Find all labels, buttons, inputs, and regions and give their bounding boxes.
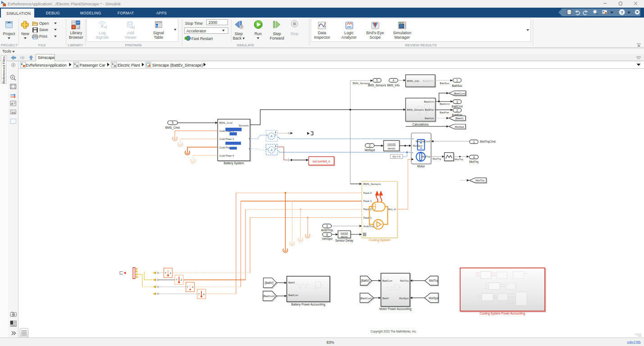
svg-text:MotTrq: MotTrq <box>433 157 441 160</box>
svg-text:Battery System: Battery System <box>224 162 244 165</box>
svg-text:AmbTmp: AmbTmp <box>321 229 333 232</box>
svg-text:den(s): den(s) <box>388 147 395 150</box>
svg-text:Sensors: Sensors <box>239 124 249 127</box>
svg-text:Mot_H: Mot_H <box>388 208 396 211</box>
svg-text:BMS_Info: BMS_Info <box>387 84 400 87</box>
svg-text:den(s): den(s) <box>341 235 348 238</box>
svg-text:A: A <box>170 272 172 274</box>
svg-text:Motor Power Accounting: Motor Power Accounting <box>379 307 412 311</box>
svg-text:MotSpd: MotSpd <box>399 297 408 300</box>
svg-text:BattSOC: BattSOC <box>423 79 434 82</box>
svg-text:T: T <box>198 293 200 296</box>
svg-text:BattV: BattV <box>288 281 295 284</box>
svg-text:BattSoc: BattSoc <box>440 82 449 85</box>
svg-text:BattV: BattV <box>382 297 389 300</box>
svg-text:A: A <box>271 135 273 138</box>
svg-text:BMS_Sensors: BMS_Sensors <box>353 82 370 85</box>
svg-text:4: 4 <box>393 79 395 82</box>
svg-text:Pack 2: Pack 2 <box>363 208 372 211</box>
svg-text:[BattV]: [BattV] <box>265 281 273 285</box>
svg-text:T: T <box>187 286 188 288</box>
svg-text:A: A <box>203 293 205 296</box>
svg-text:BattCurr: BattCurr <box>382 279 392 282</box>
svg-text:MotTrqCmd: MotTrqCmd <box>416 140 430 143</box>
svg-text:Cold Plate 2: Cold Plate 2 <box>219 138 234 140</box>
svg-text:VehSpd: VehSpd <box>322 237 332 241</box>
svg-text:Sensor Delay: Sensor Delay <box>336 239 354 243</box>
svg-text:BMS_Cmd: BMS_Cmd <box>219 121 232 124</box>
svg-text:A: A <box>181 279 182 281</box>
svg-text:3: 3 <box>456 100 458 103</box>
svg-text:2: 2 <box>456 109 458 112</box>
svg-text:f(x) = 0: f(x) = 0 <box>393 155 401 158</box>
svg-text:MotSpd: MotSpd <box>455 126 464 128</box>
svg-text:1: 1 <box>473 140 475 144</box>
svg-text:MotTrq: MotTrq <box>476 179 485 182</box>
svg-text:5: 5 <box>172 121 173 124</box>
svg-text:[BattCurr]: [BattCurr] <box>360 297 372 300</box>
svg-text:A: A <box>271 148 273 152</box>
svg-text:Cold Plate 4: Cold Plate 4 <box>219 154 234 157</box>
svg-text:3: 3 <box>326 225 328 228</box>
svg-text:Cold Plate 1: Cold Plate 1 <box>219 130 234 132</box>
svg-text:Motor: Motor <box>417 165 426 168</box>
svg-text:Cold Plate 3: Cold Plate 3 <box>219 146 234 149</box>
svg-text:BattCurr: BattCurr <box>288 294 298 297</box>
svg-text:A: A <box>192 286 194 288</box>
svg-text:6: 6 <box>327 233 328 236</box>
svg-text:Cooling System Power Accountin: Cooling System Power Accounting <box>480 312 525 315</box>
svg-text:Calculations: Calculations <box>413 123 429 126</box>
svg-text:Copyright 2022 The MathWorks,: Copyright 2022 The MathWorks, Inc. <box>371 330 417 333</box>
svg-text:BattCrnt: BattCrnt <box>424 100 434 103</box>
svg-text:[BattV]: [BattV] <box>361 279 369 283</box>
svg-text:out.current_n: out.current_n <box>313 160 330 163</box>
svg-text:MotTrq: MotTrq <box>454 158 463 161</box>
svg-text:?: ? <box>621 10 623 15</box>
svg-text:BattCrnt: BattCrnt <box>452 105 463 108</box>
svg-text:BattSoc: BattSoc <box>452 84 463 87</box>
svg-text:num(s): num(s) <box>387 143 395 145</box>
svg-text:Pack 4: Pack 4 <box>363 192 372 194</box>
svg-text:1: 1 <box>456 79 458 82</box>
svg-text:AmbTmp: AmbTmp <box>363 225 375 228</box>
svg-text:5: 5 <box>376 79 378 82</box>
svg-text:Battery Power Accounting: Battery Power Accounting <box>291 303 326 306</box>
svg-text:2: 2 <box>369 144 371 147</box>
svg-text:BMS_Info: BMS_Info <box>407 79 420 82</box>
svg-text:[BattCurr]: [BattCurr] <box>454 92 466 95</box>
svg-text:BMS_Sensors: BMS_Sensors <box>407 108 424 111</box>
svg-text:Cooling System: Cooling System <box>369 238 390 242</box>
svg-text:MotTrq: MotTrq <box>400 279 408 282</box>
svg-text:Pack 1: Pack 1 <box>363 216 372 219</box>
svg-text:MotSpd: MotSpd <box>413 144 422 147</box>
svg-text:Pack 3: Pack 3 <box>363 200 372 202</box>
svg-text:BMS_Cmd: BMS_Cmd <box>165 126 180 130</box>
svg-text:BattCrnt: BattCrnt <box>440 103 449 105</box>
svg-text:T: T <box>165 272 166 274</box>
svg-text:BMS_Sensors: BMS_Sensors <box>363 183 381 185</box>
svg-text:BattVolt: BattVolt <box>425 117 434 120</box>
svg-text:BattPwr: BattPwr <box>440 111 449 114</box>
svg-text:MotTrq: MotTrq <box>429 279 438 283</box>
svg-text:num(s): num(s) <box>340 232 348 234</box>
svg-text:BattPwr: BattPwr <box>425 108 434 111</box>
svg-text:MotSpd: MotSpd <box>429 297 439 300</box>
svg-text:T: T <box>176 279 177 281</box>
svg-text:BMS_Sensors: BMS_Sensors <box>368 84 386 87</box>
svg-text:MotTrq: MotTrq <box>469 160 479 164</box>
svg-text:BattPwr: BattPwr <box>452 113 463 117</box>
svg-text:4: 4 <box>473 156 475 159</box>
svg-text:[BattV]: [BattV] <box>455 117 463 120</box>
svg-text:MotSpd: MotSpd <box>365 148 375 152</box>
svg-text:MotTrq: MotTrq <box>422 155 430 158</box>
svg-text:[BattCurr]: [BattCurr] <box>263 294 275 297</box>
svg-text:MotTrqCmd: MotTrqCmd <box>480 140 496 144</box>
